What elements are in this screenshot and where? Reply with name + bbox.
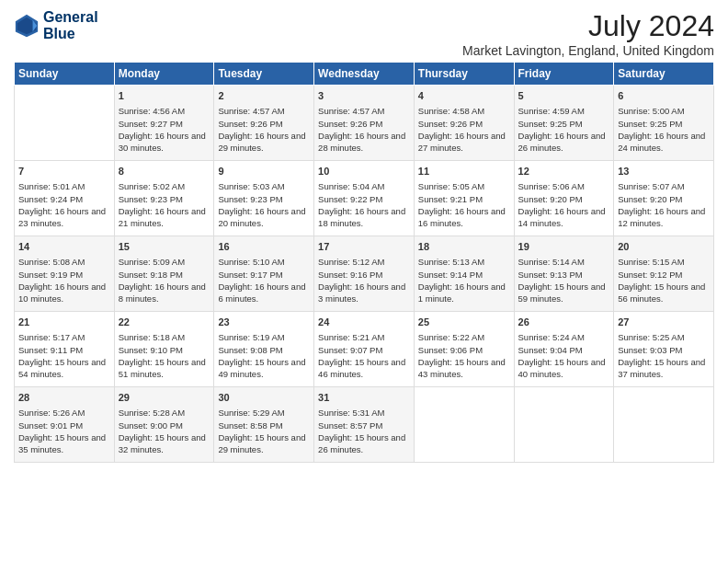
col-saturday: Saturday bbox=[614, 63, 714, 86]
day-number-19: 19 bbox=[518, 240, 610, 254]
col-monday: Monday bbox=[114, 63, 214, 86]
day-number-11: 11 bbox=[418, 165, 510, 178]
cell-w3-d4: 25Sunrise: 5:22 AMSunset: 9:06 PMDayligh… bbox=[414, 312, 514, 387]
daylight-11: Daylight: 16 hours and 16 minutes. bbox=[418, 206, 506, 228]
location: Market Lavington, England, United Kingdo… bbox=[462, 43, 714, 58]
daylight-25: Daylight: 15 hours and 43 minutes. bbox=[418, 357, 506, 379]
sunrise-11: Sunrise: 5:05 AM bbox=[418, 181, 484, 191]
day-number-16: 16 bbox=[218, 240, 310, 254]
cell-w1-d2: 9Sunrise: 5:03 AMSunset: 9:23 PMDaylight… bbox=[214, 161, 314, 236]
day-number-25: 25 bbox=[418, 316, 510, 329]
daylight-5: Daylight: 16 hours and 26 minutes. bbox=[518, 131, 606, 153]
sunrise-18: Sunrise: 5:13 AM bbox=[418, 257, 484, 267]
sunrise-20: Sunrise: 5:15 AM bbox=[618, 257, 684, 267]
sunrise-17: Sunrise: 5:12 AM bbox=[318, 257, 384, 267]
sunrise-12: Sunrise: 5:06 AM bbox=[518, 181, 585, 191]
col-thursday: Thursday bbox=[414, 63, 514, 86]
daylight-23: Daylight: 15 hours and 49 minutes. bbox=[218, 357, 305, 379]
sunrise-23: Sunrise: 5:19 AM bbox=[218, 332, 284, 342]
sunrise-14: Sunrise: 5:08 AM bbox=[18, 257, 85, 267]
week-row-2: 7Sunrise: 5:01 AMSunset: 9:24 PMDaylight… bbox=[15, 161, 714, 236]
week-row-4: 21Sunrise: 5:17 AMSunset: 9:11 PMDayligh… bbox=[15, 312, 714, 387]
cell-w2-d1: 15Sunrise: 5:09 AMSunset: 9:18 PMDayligh… bbox=[114, 236, 214, 312]
daylight-2: Daylight: 16 hours and 29 minutes. bbox=[218, 131, 305, 153]
cell-w1-d0: 7Sunrise: 5:01 AMSunset: 9:24 PMDaylight… bbox=[15, 161, 115, 236]
cell-w4-d0: 28Sunrise: 5:26 AMSunset: 9:01 PMDayligh… bbox=[15, 387, 115, 463]
sunset-12: Sunset: 9:20 PM bbox=[518, 194, 583, 204]
day-number-31: 31 bbox=[318, 391, 410, 405]
daylight-15: Daylight: 16 hours and 8 minutes. bbox=[119, 282, 206, 304]
sunrise-1: Sunrise: 4:56 AM bbox=[119, 106, 185, 116]
sunrise-7: Sunrise: 5:01 AM bbox=[18, 181, 85, 191]
cell-w3-d0: 21Sunrise: 5:17 AMSunset: 9:11 PMDayligh… bbox=[15, 312, 115, 387]
daylight-18: Daylight: 16 hours and 1 minute. bbox=[418, 282, 506, 304]
sunrise-9: Sunrise: 5:03 AM bbox=[218, 181, 284, 191]
day-number-2: 2 bbox=[218, 89, 310, 103]
sunset-18: Sunset: 9:14 PM bbox=[418, 270, 483, 280]
sunset-30: Sunset: 8:58 PM bbox=[218, 420, 282, 431]
sunrise-25: Sunrise: 5:22 AM bbox=[418, 332, 484, 342]
sunset-8: Sunset: 9:23 PM bbox=[119, 194, 183, 204]
sunset-28: Sunset: 9:01 PM bbox=[18, 420, 83, 431]
page: General Blue July 2024 Market Lavington,… bbox=[0, 0, 728, 472]
daylight-26: Daylight: 15 hours and 40 minutes. bbox=[518, 357, 606, 379]
sunset-27: Sunset: 9:03 PM bbox=[618, 345, 682, 355]
sunset-16: Sunset: 9:17 PM bbox=[218, 270, 282, 280]
daylight-30: Daylight: 15 hours and 29 minutes. bbox=[218, 432, 305, 454]
sunset-7: Sunset: 9:24 PM bbox=[18, 194, 83, 204]
daylight-16: Daylight: 16 hours and 6 minutes. bbox=[218, 282, 305, 304]
sunrise-28: Sunrise: 5:26 AM bbox=[18, 408, 85, 418]
week-row-1: 1Sunrise: 4:56 AMSunset: 9:27 PMDaylight… bbox=[15, 86, 714, 161]
cell-w1-d4: 11Sunrise: 5:05 AMSunset: 9:21 PMDayligh… bbox=[414, 161, 514, 236]
daylight-13: Daylight: 16 hours and 12 minutes. bbox=[618, 206, 705, 228]
cell-w4-d4 bbox=[414, 387, 514, 463]
sunrise-22: Sunrise: 5:18 AM bbox=[119, 332, 185, 342]
daylight-9: Daylight: 16 hours and 20 minutes. bbox=[218, 206, 305, 228]
sunset-5: Sunset: 9:25 PM bbox=[518, 119, 583, 129]
sunrise-13: Sunrise: 5:07 AM bbox=[618, 181, 684, 191]
cell-w3-d1: 22Sunrise: 5:18 AMSunset: 9:10 PMDayligh… bbox=[114, 312, 214, 387]
sunset-25: Sunset: 9:06 PM bbox=[418, 345, 483, 355]
cell-w3-d6: 27Sunrise: 5:25 AMSunset: 9:03 PMDayligh… bbox=[614, 312, 714, 387]
col-wednesday: Wednesday bbox=[314, 63, 415, 86]
daylight-14: Daylight: 16 hours and 10 minutes. bbox=[18, 282, 106, 304]
cell-w0-d2: 2Sunrise: 4:57 AMSunset: 9:26 PMDaylight… bbox=[214, 86, 314, 161]
col-friday: Friday bbox=[514, 63, 614, 86]
cell-w4-d6 bbox=[614, 387, 714, 463]
day-number-13: 13 bbox=[618, 165, 710, 178]
cell-w3-d3: 24Sunrise: 5:21 AMSunset: 9:07 PMDayligh… bbox=[314, 312, 415, 387]
cell-w4-d5 bbox=[514, 387, 614, 463]
daylight-21: Daylight: 15 hours and 54 minutes. bbox=[18, 357, 106, 379]
daylight-1: Daylight: 16 hours and 30 minutes. bbox=[119, 131, 206, 153]
logo-line2: Blue bbox=[43, 26, 98, 42]
daylight-17: Daylight: 16 hours and 3 minutes. bbox=[318, 282, 405, 304]
day-number-3: 3 bbox=[318, 89, 410, 103]
daylight-8: Daylight: 16 hours and 21 minutes. bbox=[119, 206, 206, 228]
sunset-3: Sunset: 9:26 PM bbox=[318, 119, 382, 129]
sunset-29: Sunset: 9:00 PM bbox=[119, 420, 183, 431]
sunset-13: Sunset: 9:20 PM bbox=[618, 194, 682, 204]
sunset-4: Sunset: 9:26 PM bbox=[418, 119, 483, 129]
sunrise-26: Sunrise: 5:24 AM bbox=[518, 332, 585, 342]
cell-w0-d5: 5Sunrise: 4:59 AMSunset: 9:25 PMDaylight… bbox=[514, 86, 614, 161]
day-number-14: 14 bbox=[18, 240, 110, 254]
day-number-9: 9 bbox=[218, 165, 310, 178]
daylight-6: Daylight: 16 hours and 24 minutes. bbox=[618, 131, 705, 153]
header-row: Sunday Monday Tuesday Wednesday Thursday… bbox=[15, 63, 714, 86]
sunset-26: Sunset: 9:04 PM bbox=[518, 345, 583, 355]
sunrise-27: Sunrise: 5:25 AM bbox=[618, 332, 684, 342]
sunset-15: Sunset: 9:18 PM bbox=[119, 270, 183, 280]
cell-w2-d3: 17Sunrise: 5:12 AMSunset: 9:16 PMDayligh… bbox=[314, 236, 415, 312]
sunrise-2: Sunrise: 4:57 AM bbox=[218, 106, 284, 116]
day-number-24: 24 bbox=[318, 316, 410, 329]
cell-w2-d6: 20Sunrise: 5:15 AMSunset: 9:12 PMDayligh… bbox=[614, 236, 714, 312]
sunset-2: Sunset: 9:26 PM bbox=[218, 119, 282, 129]
cell-w4-d1: 29Sunrise: 5:28 AMSunset: 9:00 PMDayligh… bbox=[114, 387, 214, 463]
day-number-28: 28 bbox=[18, 391, 110, 405]
sunset-21: Sunset: 9:11 PM bbox=[18, 345, 83, 355]
day-number-18: 18 bbox=[418, 240, 510, 254]
day-number-22: 22 bbox=[119, 316, 210, 329]
day-number-12: 12 bbox=[518, 165, 610, 178]
cell-w1-d6: 13Sunrise: 5:07 AMSunset: 9:20 PMDayligh… bbox=[614, 161, 714, 236]
daylight-7: Daylight: 16 hours and 23 minutes. bbox=[18, 206, 106, 228]
